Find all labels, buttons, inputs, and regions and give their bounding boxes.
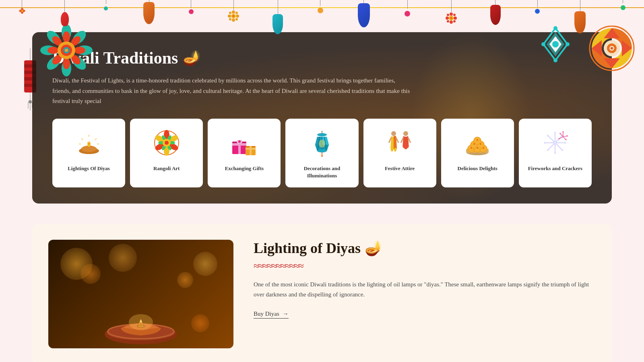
decorations-label: Decorations and Illuminations: [291, 165, 352, 179]
svg-point-162: [547, 149, 549, 151]
tradition-card-fireworks[interactable]: Fireworks and Crackers: [519, 119, 592, 187]
tradition-card-gifts[interactable]: Exchanging Gifts: [208, 119, 281, 187]
lighting-description: One of the most iconic Diwali traditions…: [254, 280, 596, 300]
buy-link-text: Buy Diyas: [254, 311, 279, 317]
svg-point-125: [403, 131, 408, 136]
svg-point-25: [453, 14, 456, 16]
svg-point-70: [541, 42, 545, 46]
svg-point-6: [104, 6, 108, 10]
wavy-underline: ≈≈≈≈≈≈≈≈≈≈≈: [254, 261, 596, 272]
lightings-label: Lightings Of Diyas: [58, 165, 119, 172]
svg-point-7: [189, 9, 194, 14]
title-emoji: 🪔: [183, 49, 201, 66]
tradition-card-attire[interactable]: Festive Attire: [363, 119, 436, 187]
diya-center-svg: [97, 260, 185, 348]
lighting-title-emoji: 🪔: [365, 240, 383, 257]
tradition-card-lightings[interactable]: Lightings Of Diyas: [52, 119, 125, 187]
svg-line-82: [95, 138, 97, 140]
hanging-item-8: [316, 0, 325, 15]
svg-point-143: [477, 147, 478, 149]
svg-point-124: [394, 148, 396, 152]
svg-point-169: [562, 131, 564, 133]
hero-content: Diwali Traditions 🪔 Diwali, the Festival…: [52, 48, 592, 187]
svg-point-9: [232, 19, 235, 22]
hanging-item-5: [188, 0, 195, 15]
hanging-item-1: [17, 0, 28, 14]
lighting-title: Lighting of Diyas 🪔: [254, 240, 596, 257]
sweets-icon: [461, 127, 493, 159]
lighting-text-content: Lighting of Diyas 🪔 ≈≈≈≈≈≈≈≈≈≈≈ One of t…: [254, 240, 596, 319]
svg-point-24: [447, 14, 449, 16]
hanging-item-7: [272, 0, 283, 34]
svg-point-117: [319, 140, 325, 148]
lantern-icon: [306, 127, 338, 159]
svg-point-161: [561, 149, 564, 151]
dot-pink2-icon: [402, 9, 412, 19]
sweets-label: Delicious Delights: [447, 165, 508, 172]
svg-point-29: [450, 17, 452, 19]
svg-point-158: [554, 152, 556, 154]
svg-point-163: [547, 134, 549, 136]
svg-point-57: [47, 47, 59, 54]
svg-point-11: [236, 14, 239, 18]
hanging-item-13: [533, 0, 541, 15]
svg-point-14: [229, 18, 231, 21]
svg-point-53: [74, 47, 85, 54]
svg-point-112: [317, 133, 327, 136]
buy-diyas-link[interactable]: Buy Diyas →: [254, 311, 289, 319]
svg-point-31: [621, 5, 625, 10]
diya-icon: [73, 127, 105, 159]
fireworks-icon: [539, 127, 571, 159]
svg-line-81: [81, 138, 83, 140]
svg-point-181: [129, 314, 153, 330]
lighting-section: Lighting of Diyas 🪔 ≈≈≈≈≈≈≈≈≈≈≈ One of t…: [32, 224, 612, 362]
big-flower-left: [40, 24, 93, 78]
hanging-item-12: [490, 0, 501, 25]
svg-point-156: [554, 132, 556, 134]
svg-point-106: [238, 140, 241, 143]
svg-point-116: [317, 149, 327, 152]
hanging-item-9: [358, 0, 370, 27]
svg-point-5: [21, 10, 23, 12]
svg-point-22: [446, 16, 449, 20]
tradition-card-decorations[interactable]: Decorations and Illuminations: [285, 119, 358, 187]
hanging-item-4: [143, 0, 155, 24]
svg-point-13: [235, 12, 238, 14]
svg-point-18: [318, 8, 323, 13]
svg-point-123: [391, 148, 393, 152]
lighting-title-text: Lighting of Diyas: [254, 240, 361, 257]
hanging-item-11: [445, 0, 457, 24]
svg-point-146: [480, 143, 481, 145]
svg-rect-109: [250, 146, 252, 155]
svg-point-99: [165, 141, 169, 145]
svg-point-4: [23, 10, 25, 12]
svg-point-20: [450, 12, 453, 16]
svg-point-119: [321, 155, 323, 157]
tradition-card-sweets[interactable]: Delicious Delights: [441, 119, 514, 187]
svg-point-62: [65, 49, 68, 52]
svg-point-10: [228, 14, 231, 18]
svg-point-144: [483, 147, 484, 149]
hanging-item-14: [574, 0, 586, 33]
hanging-item-10: [402, 0, 412, 19]
dot-orange-icon: [316, 6, 325, 15]
svg-point-19: [405, 11, 410, 16]
page-title: Diwali Traditions 🪔: [52, 48, 592, 68]
hero-description: Diwali, the Festival of Lights, is a tim…: [52, 76, 415, 107]
attire-label: Festive Attire: [369, 165, 430, 172]
buy-link-arrow: →: [283, 311, 289, 317]
flower3-icon: [445, 12, 457, 24]
hanging-item-6: [227, 0, 239, 22]
svg-point-66: [552, 41, 559, 47]
svg-point-159: [544, 142, 546, 144]
tradition-card-rangoli[interactable]: Rangoli Art: [130, 119, 203, 187]
svg-point-120: [391, 131, 396, 136]
main-wrapper: Diwali Traditions 🪔 Diwali, the Festival…: [0, 32, 644, 362]
svg-point-175: [554, 142, 556, 144]
svg-point-26: [447, 20, 449, 23]
svg-point-27: [453, 20, 456, 23]
svg-point-68: [566, 42, 570, 46]
attire-icon: [384, 127, 416, 159]
svg-point-69: [553, 58, 557, 62]
svg-point-147: [477, 139, 478, 141]
